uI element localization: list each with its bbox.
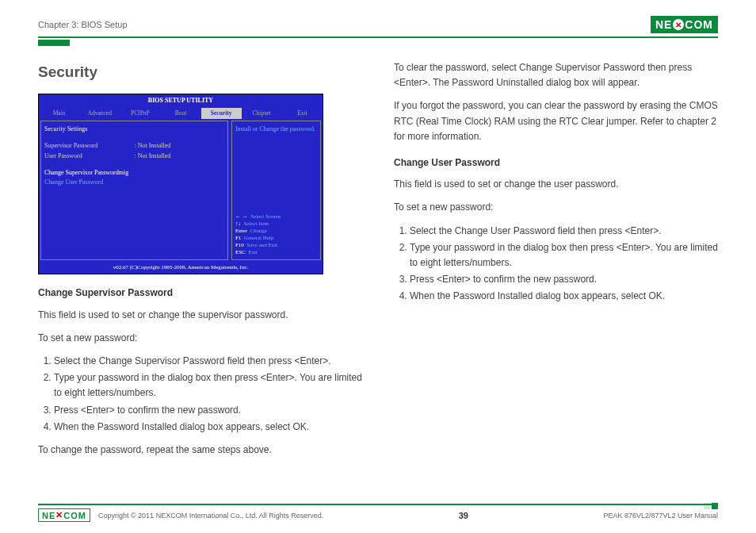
bios-change-sup: Change Supervisor Passwordmig [44,168,224,178]
bios-tab-security: Security [201,108,242,119]
bios-tab-advanced: Advanced [79,108,120,119]
header-rule [38,36,718,38]
bios-tab-main: Main [39,108,79,119]
logo-x-icon: ✕ [673,19,684,30]
page-header: Chapter 3: BIOS Setup NE✕COM [38,16,718,33]
bios-user-label: User Password [44,151,134,162]
section-title: Security [38,60,362,84]
list-item: Select the Change Supervisor Password fi… [54,354,362,369]
bios-right-pane: Install or Change the password. ← → Sele… [231,121,321,260]
right-subhead: Change User Password [394,155,718,171]
bios-screenshot: BIOS SETUP UTILITY Main Advanced PCIPnP … [38,94,323,274]
left-p1: This field is used to set or change the … [38,308,362,323]
left-subhead: Change Supervisor Password [38,286,362,301]
footer-logo: NE✕COM [38,508,90,522]
bios-left-pane: Security Settings Supervisor Password : … [40,121,228,260]
left-p3: To change the password, repeat the same … [38,443,362,458]
page-footer: NE✕COM Copyright © 2011 NEXCOM Internati… [38,504,718,522]
bios-tab-chipset: Chipset [242,108,282,119]
list-item: Type your password in the dialog box the… [54,370,362,401]
list-item: Press <Enter> to confirm the new passwor… [54,403,362,418]
bios-row-user: User Password : Not Installed [44,151,224,162]
page-number: 39 [459,511,468,520]
right-steps: Select the Change User Password field th… [410,224,718,305]
bios-change-user: Change User Password [44,178,224,188]
brand-logo: NE✕COM [651,16,718,33]
list-item: Press <Enter> to confirm the new passwor… [410,272,718,287]
bios-sup-label: Supervisor Password [44,141,134,151]
chapter-label: Chapter 3: BIOS Setup [38,20,128,29]
bios-body: Security Settings Supervisor Password : … [39,119,323,262]
manual-name: PEAK 876VL2/877VL2 User Manual [603,512,718,520]
header-tab-block [38,40,70,46]
bios-tab-pcipnp: PCIPnP [120,108,160,119]
bios-key-legend: ← → Select Screen ↑↓ Select Item Enter C… [235,213,317,257]
right-p1: To clear the password, select Change Sup… [394,60,718,90]
right-p3: This field is used to set or change the … [394,177,718,192]
bios-tab-boot: Boot [160,108,200,119]
bios-tabs: Main Advanced PCIPnP Boot Security Chips… [39,108,323,119]
list-item: Type your password in the dialog box the… [410,240,718,270]
list-item: Select the Change User Password field th… [410,224,718,239]
left-column: Security BIOS SETUP UTILITY Main Advance… [38,60,362,466]
right-p2: If you forgot the password, you can clea… [394,98,718,144]
bios-title: BIOS SETUP UTILITY [39,94,323,108]
bios-help-text: Install or Change the password. [235,125,317,135]
list-item: When the Password Installed dialog box a… [54,420,362,435]
bios-group-title: Security Settings [44,125,224,135]
right-p4: To set a new password: [394,200,718,215]
right-column: To clear the password, select Change Sup… [394,60,718,466]
bios-footer: v02.67 (C)Copyright 1985-2009, American … [39,262,323,274]
content-columns: Security BIOS SETUP UTILITY Main Advance… [38,60,718,466]
copyright-text: Copyright © 2011 NEXCOM International Co… [98,512,323,520]
left-steps: Select the Change Supervisor Password fi… [54,354,362,435]
left-p2: To set a new password: [38,331,362,346]
list-item: When the Password Installed dialog box a… [410,289,718,304]
bios-row-sup: Supervisor Password : Not Installed [44,141,224,151]
bios-tab-exit: Exit [282,108,323,119]
bios-user-value: : Not Installed [134,151,223,162]
bios-sup-value: : Not Installed [134,141,223,151]
